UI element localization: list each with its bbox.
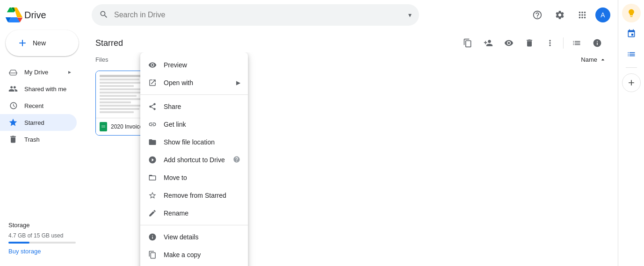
ctx-share-label: Share	[164, 103, 240, 110]
search-icon	[99, 10, 109, 21]
toolbar-icons	[458, 34, 607, 52]
ctx-show-location[interactable]: Show file location	[140, 133, 248, 151]
sheets-icon	[100, 122, 107, 131]
right-panel-divider	[626, 67, 637, 68]
content-header: Starred	[84, 30, 618, 52]
ctx-get-link[interactable]: Get link	[140, 115, 248, 133]
svg-rect-1	[101, 125, 105, 126]
keep-button[interactable]	[622, 4, 641, 22]
star-icon	[8, 118, 18, 127]
page-title: Starred	[95, 35, 123, 52]
list-view-button[interactable]	[567, 34, 586, 52]
settings-button[interactable]	[550, 6, 569, 24]
new-button-label: New	[33, 39, 46, 47]
ctx-rename-label: Rename	[164, 209, 240, 217]
delete-toolbar-button[interactable]	[520, 34, 539, 52]
ctx-make-copy[interactable]: Make a copy	[140, 246, 248, 264]
expand-icon: ▸	[68, 69, 71, 75]
storage-label-text: Storage	[8, 222, 76, 229]
ctx-add-shortcut-label: Add shortcut to Drive	[164, 156, 226, 164]
link-icon	[148, 120, 157, 129]
add-panel-button[interactable]	[622, 73, 641, 92]
buy-storage-link[interactable]: Buy storage	[8, 248, 41, 255]
sidebar-item-my-drive-label: My Drive	[24, 69, 48, 76]
trash-icon	[8, 135, 18, 144]
ctx-remove-starred-label: Remove from Starred	[164, 192, 240, 199]
ctx-get-link-label: Get link	[164, 121, 240, 128]
eye-icon	[148, 60, 157, 70]
app-logo: Drive	[0, 4, 84, 26]
app-name: Drive	[24, 10, 46, 21]
ctx-report-abuse[interactable]: Report abuse	[140, 264, 248, 266]
files-section-label: Files	[95, 52, 108, 67]
context-menu: Preview Open with ▶ Share	[140, 52, 248, 266]
sidebar: Drive New My Drive ▸ Shared with me Rece…	[0, 0, 84, 266]
ctx-open-with[interactable]: Open with ▶	[140, 74, 248, 92]
ctx-rename[interactable]: Rename	[140, 204, 248, 222]
open-with-icon	[148, 78, 157, 87]
search-bar[interactable]: ▾	[92, 4, 419, 26]
sort-label: Name	[581, 56, 597, 63]
top-bar: ▾ A	[84, 0, 618, 30]
clock-icon	[8, 101, 18, 110]
plus-icon	[17, 37, 28, 49]
ctx-show-location-label: Show file location	[164, 138, 240, 146]
ctx-divider-2	[140, 225, 248, 225]
storage-used-label: 4.7 GB of 15 GB used	[8, 232, 76, 239]
ctx-share[interactable]: Share	[140, 98, 248, 115]
ctx-remove-starred[interactable]: Remove from Starred	[140, 187, 248, 204]
info-toolbar-button[interactable]	[588, 34, 607, 52]
ctx-view-details[interactable]: View details	[140, 228, 248, 246]
ctx-move-to[interactable]: Move to	[140, 169, 248, 187]
people-icon	[8, 84, 18, 93]
tasks-button[interactable]	[622, 45, 641, 64]
search-input[interactable]	[114, 11, 403, 19]
info-circle-icon	[148, 232, 157, 242]
move-icon	[148, 173, 157, 182]
calendar-button[interactable]	[622, 24, 641, 43]
svg-rect-3	[101, 127, 105, 128]
sidebar-item-trash-label: Trash	[24, 136, 40, 143]
top-right-icons: A	[528, 6, 610, 24]
ctx-make-copy-label: Make a copy	[164, 251, 240, 259]
preview-toolbar-button[interactable]	[499, 34, 518, 52]
ctx-preview[interactable]: Preview	[140, 56, 248, 74]
sidebar-item-starred[interactable]: Starred	[0, 114, 77, 131]
sidebar-item-starred-label: Starred	[24, 119, 44, 126]
share-toolbar-button[interactable]	[479, 34, 498, 52]
open-with-arrow-icon: ▶	[236, 79, 240, 86]
get-link-toolbar-button[interactable]	[458, 34, 477, 52]
search-dropdown-icon[interactable]: ▾	[408, 11, 412, 19]
drive-icon	[8, 67, 18, 77]
storage-section: Storage 4.7 GB of 15 GB used Buy storage	[0, 218, 84, 262]
ctx-divider-1	[140, 94, 248, 95]
folder-icon	[148, 137, 157, 147]
sidebar-item-my-drive[interactable]: My Drive ▸	[0, 64, 77, 80]
sidebar-item-shared-label: Shared with me	[24, 86, 66, 93]
storage-bar-fill	[8, 242, 29, 244]
sort-arrow-icon	[599, 56, 607, 64]
sidebar-item-shared[interactable]: Shared with me	[0, 80, 77, 97]
main-content: ▾ A Starred	[84, 0, 618, 266]
storage-bar	[8, 242, 76, 244]
ctx-open-with-label: Open with	[164, 79, 230, 86]
ctx-add-shortcut[interactable]: Add shortcut to Drive	[140, 151, 248, 169]
sort-button[interactable]: Name	[581, 56, 607, 64]
user-avatar[interactable]: A	[595, 7, 610, 22]
apps-button[interactable]	[573, 6, 592, 24]
svg-rect-2	[101, 126, 105, 127]
content-body: Files Name	[84, 52, 618, 266]
pencil-icon	[148, 208, 157, 218]
right-panel	[618, 0, 644, 266]
copy-icon	[148, 250, 157, 259]
new-button[interactable]: New	[6, 30, 79, 56]
star-outline-icon	[148, 191, 157, 200]
sidebar-item-recent[interactable]: Recent	[0, 97, 77, 114]
ctx-move-to-label: Move to	[164, 174, 240, 181]
more-toolbar-button[interactable]	[541, 34, 559, 52]
sidebar-item-trash[interactable]: Trash	[0, 131, 77, 148]
shortcut-icon	[148, 155, 157, 165]
help-button[interactable]	[528, 6, 547, 24]
share-icon	[148, 102, 157, 111]
ctx-preview-label: Preview	[164, 61, 240, 69]
